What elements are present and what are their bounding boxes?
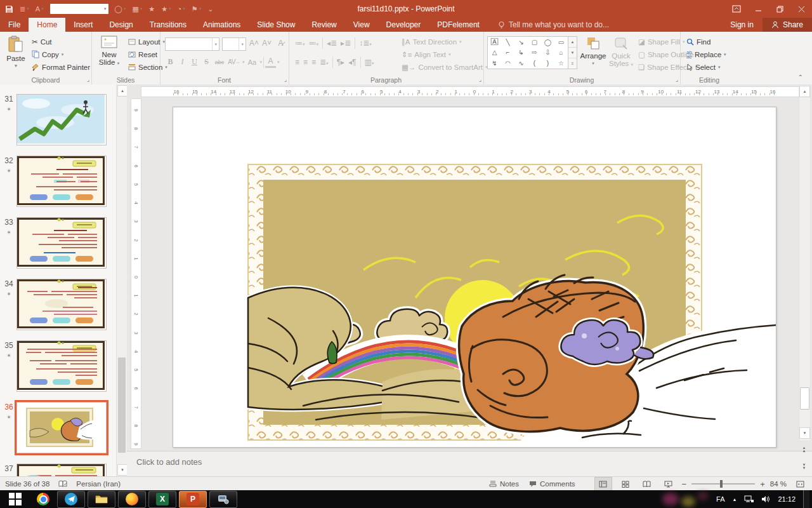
- tab-developer[interactable]: Developer: [378, 18, 429, 32]
- notes-toggle-button[interactable]: Notes: [487, 480, 521, 488]
- shape-oval-icon[interactable]: ◯: [541, 37, 554, 48]
- shape-arrow-icon[interactable]: ↘: [514, 37, 528, 48]
- scroll-down-icon[interactable]: ▼: [117, 464, 128, 476]
- reset-button[interactable]: Reset: [128, 48, 157, 60]
- slide-32-thumbnail[interactable]: [16, 156, 107, 207]
- font-color-icon[interactable]: A▾: [36, 5, 44, 13]
- copy-button[interactable]: Copy▾: [32, 48, 63, 60]
- dialog-launcher-icon[interactable]: ⌟: [284, 76, 287, 83]
- notes-pane[interactable]: Click to add notes: [127, 451, 812, 477]
- taskbar-chrome-icon[interactable]: [30, 493, 56, 505]
- taskbar-telegram-icon[interactable]: [57, 491, 85, 508]
- scroll-up-icon[interactable]: ▲: [799, 86, 810, 97]
- clear-formatting-button[interactable]: A̷: [275, 37, 286, 49]
- sign-in-link[interactable]: Sign in: [721, 18, 763, 32]
- shape-pentagon-icon[interactable]: ⌂: [554, 48, 568, 58]
- list-icon[interactable]: ≣▾: [20, 5, 29, 13]
- shape-line-icon[interactable]: ╲: [501, 37, 514, 48]
- numbering-icon[interactable]: ≕▾: [309, 39, 319, 48]
- taskbar-explorer-icon[interactable]: [88, 491, 115, 508]
- change-case-button[interactable]: Aa: [246, 57, 259, 68]
- language-indicator[interactable]: Persian (Iran): [76, 480, 121, 488]
- scrollbar-thumb[interactable]: [800, 387, 809, 410]
- convert-smartart-button[interactable]: ▦→ Convert to SmartArt▾: [402, 61, 488, 73]
- justify-icon[interactable]: ≣▾: [320, 58, 329, 67]
- shapes-gallery[interactable]: 🄰 ╲ ↘ ▢ ◯ ▭ △ ⌐ ↳ ⇨ ⇩ ⌂ ↯ ◠ ∿ ( ) ☆: [487, 36, 568, 69]
- main-scrollbar[interactable]: ▲ ▼ ▲▲ ▼▼: [799, 84, 809, 476]
- next-slide-button[interactable]: ▼▼: [799, 462, 809, 472]
- tab-transitions[interactable]: Transitions: [141, 18, 195, 32]
- shape-left-brace-icon[interactable]: (: [528, 58, 541, 69]
- thumbnail-item[interactable]: 35 ✶: [0, 338, 127, 400]
- increase-indent-icon[interactable]: ▸≣: [341, 39, 351, 48]
- vertical-ruler[interactable]: 9876543210123456789: [131, 98, 141, 449]
- format-painter-button[interactable]: Format Painter: [32, 61, 90, 73]
- slide-35-thumbnail[interactable]: [16, 340, 107, 392]
- slide-37-thumbnail[interactable]: [16, 464, 107, 476]
- quick-styles-button[interactable]: QuickStyles ▾: [608, 36, 634, 69]
- thumbnail-scrollbar[interactable]: ▲ ▼: [116, 84, 127, 476]
- thumbnail-item-selected[interactable]: 36 ✶: [0, 400, 127, 462]
- thumbnail-item[interactable]: 33 ✶: [0, 215, 127, 277]
- slide-counter[interactable]: Slide 36 of 38: [5, 480, 49, 488]
- shapes-gallery-scrollbar[interactable]: ▲ ▼ ≡: [568, 36, 577, 69]
- window-icon[interactable]: ▦▾: [132, 5, 142, 13]
- flag-icon[interactable]: ⚑▾: [192, 5, 201, 13]
- comments-toggle-button[interactable]: Comments: [527, 480, 578, 488]
- grow-font-button[interactable]: A˄: [249, 37, 259, 49]
- save-icon[interactable]: [5, 5, 13, 13]
- start-button[interactable]: [0, 492, 30, 506]
- reading-view-button[interactable]: [639, 478, 655, 490]
- star2-icon[interactable]: ★▾: [161, 5, 171, 13]
- minimize-button[interactable]: [747, 0, 769, 18]
- font-name-combobox[interactable]: ▾: [165, 37, 219, 51]
- zoom-out-button[interactable]: −: [682, 479, 687, 489]
- qat-combobox[interactable]: ▾: [50, 4, 108, 14]
- slide-33-thumbnail[interactable]: [16, 217, 107, 269]
- taskbar-app-icon[interactable]: [209, 491, 237, 508]
- strikethrough-button[interactable]: S: [201, 57, 212, 68]
- tab-review[interactable]: Review: [303, 18, 344, 32]
- restore-button[interactable]: [769, 0, 790, 18]
- tell-me-box[interactable]: Tell me what you want to do...: [488, 18, 609, 32]
- tab-design[interactable]: Design: [101, 18, 141, 32]
- arrange-button[interactable]: Arrange ▾: [580, 36, 606, 66]
- normal-view-button[interactable]: [594, 477, 612, 491]
- text-shadow-button[interactable]: abc: [213, 57, 226, 68]
- bold-button[interactable]: B: [165, 57, 176, 68]
- shape-fill-button[interactable]: ◪ Shape Fill▾: [638, 36, 685, 48]
- previous-slide-button[interactable]: ▲▲: [799, 444, 809, 455]
- select-button[interactable]: Select▾: [686, 61, 720, 73]
- bullets-icon[interactable]: ≔▾: [295, 39, 305, 48]
- shape-right-brace-icon[interactable]: ): [541, 58, 554, 69]
- tab-slide-show[interactable]: Slide Show: [249, 18, 303, 32]
- shape-down-arrow-icon[interactable]: ⇩: [541, 48, 554, 58]
- slide-36-thumbnail[interactable]: [16, 402, 107, 453]
- tab-home[interactable]: Home: [29, 18, 65, 32]
- star-icon[interactable]: ★: [148, 5, 155, 13]
- tab-insert[interactable]: Insert: [65, 18, 101, 32]
- shape-curve-icon[interactable]: ∿: [514, 58, 528, 69]
- tab-view[interactable]: View: [345, 18, 378, 32]
- input-language-indicator[interactable]: FA: [716, 495, 724, 503]
- qat-customize-icon[interactable]: ⌄: [207, 5, 213, 13]
- gallery-up-icon[interactable]: ▲: [568, 37, 577, 48]
- tab-animations[interactable]: Animations: [195, 18, 249, 32]
- shape-rectangle-icon[interactable]: ▢: [528, 37, 541, 48]
- zoom-slider-thumb[interactable]: [720, 480, 723, 488]
- replace-button[interactable]: abac Replace▾: [686, 48, 726, 60]
- shape-rounded-rectangle-icon[interactable]: ▭: [554, 37, 568, 48]
- slide-sorter-view-button[interactable]: [617, 478, 634, 490]
- italic-button[interactable]: I: [177, 57, 188, 68]
- clock[interactable]: 21:12: [778, 495, 796, 503]
- cut-button[interactable]: ✂ Cut: [32, 36, 52, 48]
- ribbon-display-options-icon[interactable]: [726, 0, 747, 18]
- slide-canvas[interactable]: [173, 107, 776, 448]
- slide-thumbnail-panel[interactable]: 31 ✶: [0, 84, 128, 476]
- notes-placeholder[interactable]: Click to add notes: [136, 457, 202, 467]
- thumbnail-item[interactable]: 37 ✶: [0, 462, 127, 476]
- shape-star-icon[interactable]: ☆: [554, 58, 568, 69]
- scrollbar-thumb[interactable]: [118, 358, 126, 453]
- speaker-icon[interactable]: [761, 495, 770, 503]
- network-icon[interactable]: [744, 495, 754, 503]
